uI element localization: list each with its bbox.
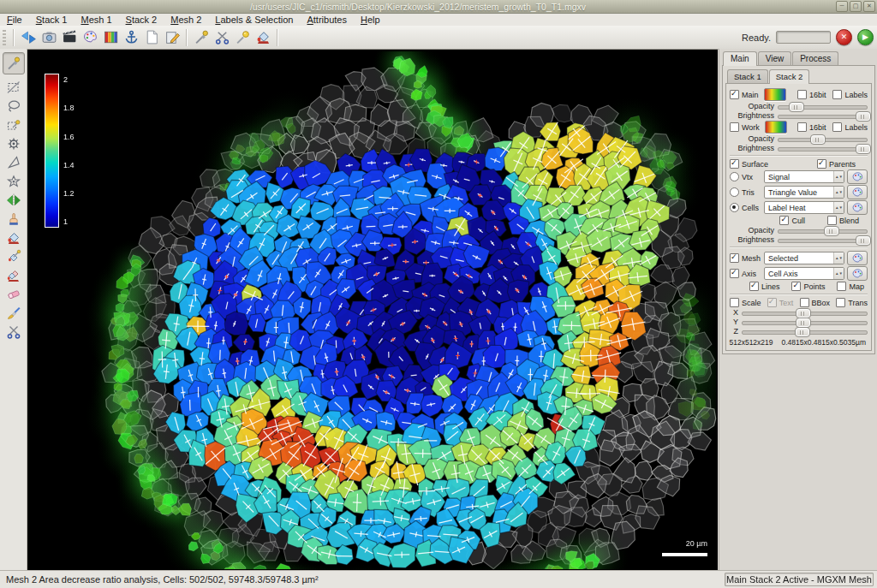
menu-bar: File Stack 1 Mesh 1 Stack 2 Mesh 2 Label… — [0, 14, 877, 26]
close-button[interactable]: ✕ — [863, 1, 875, 12]
bbox-checkbox[interactable] — [800, 298, 809, 307]
axis-combo[interactable]: Cell Axis▲▼ — [764, 267, 844, 280]
swap-arrows-icon[interactable] — [18, 27, 39, 48]
pin-picker-icon[interactable] — [232, 27, 253, 48]
main-labels-checkbox[interactable] — [832, 90, 842, 99]
surface-opacity-label: Opacity — [730, 226, 778, 235]
blend-checkbox[interactable] — [827, 216, 837, 225]
movie-clapper-icon[interactable] — [59, 27, 80, 48]
vtx-combo[interactable]: Signal▲▼ — [764, 170, 844, 183]
main-labels-label: Labels — [844, 91, 868, 99]
eraser-tool-icon[interactable] — [3, 285, 24, 303]
gear-tool-icon[interactable] — [3, 134, 24, 152]
pipette-select-tool-icon[interactable] — [3, 116, 24, 134]
cells-palette-button[interactable] — [847, 200, 868, 215]
map-checkbox[interactable] — [837, 282, 846, 291]
fill-bucket-icon[interactable] — [253, 27, 273, 48]
pipette-tool-icon[interactable] — [3, 52, 25, 74]
menu-labels-selection[interactable]: Labels & Selection — [208, 15, 300, 25]
toolbar-handle[interactable] — [3, 30, 6, 45]
clip-y-slider[interactable] — [742, 318, 868, 326]
multi-fill-tool-icon[interactable] — [3, 266, 24, 284]
cull-checkbox[interactable] — [779, 216, 789, 225]
mirror-flip-tool-icon[interactable] — [3, 191, 24, 209]
cut-scissors-icon[interactable] — [212, 27, 232, 48]
surface-brightness-slider[interactable] — [778, 235, 868, 244]
edit-annotations-icon[interactable] — [162, 27, 182, 48]
paintbrush-tool-icon[interactable] — [3, 304, 24, 322]
work-labels-checkbox[interactable] — [832, 122, 842, 132]
tris-palette-button[interactable] — [847, 185, 868, 199]
main-checkbox[interactable] — [730, 90, 739, 99]
run-process-button[interactable]: ▶ — [857, 29, 874, 45]
trans-checkbox[interactable] — [836, 298, 845, 307]
tab-stack1[interactable]: Stack 1 — [727, 69, 768, 83]
vtx-palette-button[interactable] — [847, 169, 868, 184]
work-colormap-button[interactable] — [765, 121, 787, 134]
snapshot-camera-icon[interactable] — [39, 27, 59, 48]
colormap-icon[interactable] — [100, 27, 121, 48]
surface-checkbox[interactable] — [730, 159, 739, 169]
meristem-3d-view-canvas[interactable] — [28, 51, 717, 569]
surface-opacity-row: Opacity — [730, 226, 868, 235]
mesh-combo[interactable]: Selected▲▼ — [764, 252, 844, 264]
cells-radio[interactable] — [730, 203, 739, 212]
main-16bit-checkbox[interactable] — [797, 90, 807, 99]
work-16bit-checkbox[interactable] — [797, 122, 807, 132]
minimize-button[interactable]: ─ — [836, 1, 848, 12]
fill-bucket-tool-icon[interactable] — [3, 229, 24, 246]
mesh-flags-row: Lines Points Map — [730, 282, 868, 291]
work-brightness-label: Brightness — [730, 144, 778, 152]
vtx-radio[interactable] — [730, 172, 739, 181]
work-checkbox[interactable] — [730, 122, 739, 132]
work-opacity-slider[interactable] — [778, 134, 868, 143]
surface-opacity-slider[interactable] — [778, 226, 868, 235]
scale-checkbox[interactable] — [730, 298, 739, 307]
axis-checkbox[interactable] — [730, 269, 739, 278]
tab-main[interactable]: Main — [723, 51, 757, 66]
menu-stack1[interactable]: Stack 1 — [29, 15, 75, 25]
fill-pipette-tool-icon[interactable] — [3, 247, 24, 265]
mesh-palette-button[interactable] — [847, 251, 868, 265]
color-pipette-icon[interactable] — [191, 27, 212, 48]
surface-brightness-label: Brightness — [730, 235, 778, 244]
menu-attributes[interactable]: Attributes — [300, 15, 353, 25]
clip-x-slider[interactable] — [742, 308, 868, 317]
tris-combo[interactable]: Triangle Value▲▼ — [764, 186, 844, 199]
menu-help[interactable]: Help — [354, 15, 387, 25]
tris-radio[interactable] — [730, 187, 739, 197]
cells-render-row: Cells Label Heat▲▼ — [730, 200, 868, 215]
main-colormap-button[interactable] — [764, 88, 786, 101]
work-brightness-slider[interactable] — [778, 144, 868, 152]
menu-file[interactable]: File — [0, 15, 29, 25]
maximize-button[interactable]: ▢ — [850, 1, 862, 12]
main-opacity-slider[interactable] — [778, 102, 868, 110]
mesh-checkbox[interactable] — [730, 253, 739, 263]
window-title: /usr/users/JIC_c1/rismith/Desktop/Kierzk… — [0, 2, 836, 12]
menu-mesh1[interactable]: Mesh 1 — [74, 15, 118, 25]
stop-process-button[interactable]: ✕ — [836, 29, 852, 45]
anchor-icon[interactable] — [121, 27, 141, 48]
hand-select-tool-icon[interactable] — [3, 210, 24, 228]
cone-tool-icon[interactable] — [3, 153, 24, 171]
clip-z-slider[interactable] — [742, 327, 868, 336]
star-plane-tool-icon[interactable] — [3, 172, 24, 190]
menu-stack2[interactable]: Stack 2 — [119, 15, 164, 25]
lasso-select-tool-icon[interactable] — [3, 97, 24, 115]
cells-combo[interactable]: Label Heat▲▼ — [764, 201, 844, 214]
tab-stack2[interactable]: Stack 2 — [769, 69, 810, 84]
tab-view[interactable]: View — [758, 51, 792, 65]
menu-mesh2[interactable]: Mesh 2 — [164, 15, 208, 25]
color-palette-icon[interactable] — [80, 27, 100, 48]
rect-select-tool-icon[interactable] — [3, 78, 24, 96]
stack2-frame: Main 16bit Labels Opacity Brightness — [725, 83, 872, 351]
scissors-tool-icon[interactable] — [3, 323, 24, 341]
axis-palette-button[interactable] — [847, 266, 868, 281]
points-checkbox[interactable] — [791, 282, 801, 291]
title-bar[interactable]: /usr/users/JIC_c1/rismith/Desktop/Kierzk… — [0, 0, 877, 14]
main-brightness-slider[interactable] — [778, 111, 868, 120]
new-document-icon[interactable] — [141, 27, 162, 48]
lines-checkbox[interactable] — [749, 282, 759, 291]
parents-checkbox[interactable] — [817, 159, 826, 169]
tab-process[interactable]: Process — [792, 51, 838, 65]
